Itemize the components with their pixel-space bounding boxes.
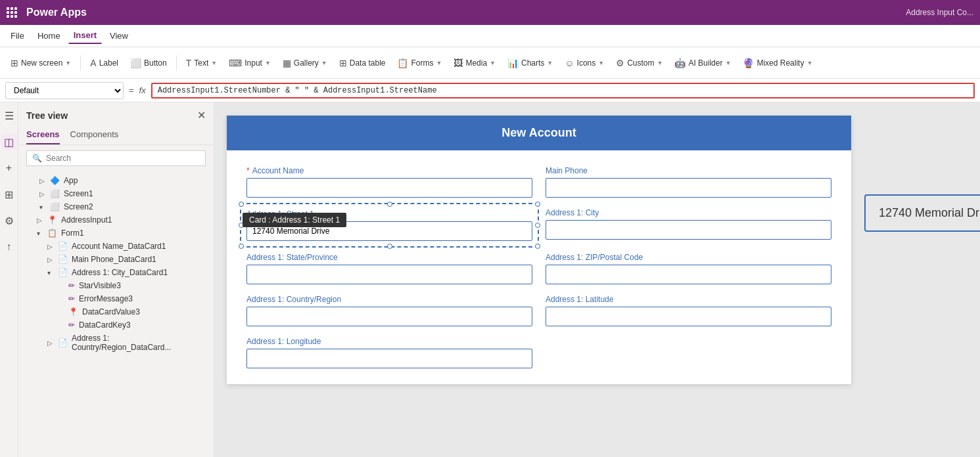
waffle-menu[interactable] — [7, 7, 17, 18]
tree-item-datacardkey3[interactable]: ✏ DataCardKey3 — [18, 318, 214, 332]
ribbon-media[interactable]: 🖼 Media ▼ — [448, 55, 501, 71]
ribbon-gallery[interactable]: ▦ Gallery ▼ — [277, 55, 333, 71]
add-component-icon[interactable]: + — [1, 160, 17, 176]
resize-handle-tm[interactable] — [387, 202, 392, 207]
tree-item-country-card[interactable]: ▷ 📄 Address 1: Country/Region_DataCard..… — [18, 332, 214, 354]
menu-insert[interactable]: Insert — [68, 28, 102, 44]
datatable-icon: ⊞ — [339, 58, 347, 68]
tree-expand-app[interactable]: ▷ — [39, 177, 47, 185]
tab-screens[interactable]: Screens — [26, 125, 60, 144]
ribbon-input[interactable]: ⌨ Input ▼ — [223, 55, 276, 71]
resize-handle-mr[interactable] — [535, 223, 540, 228]
ribbon-text[interactable]: T Text ▼ — [181, 55, 223, 71]
tree-expand-screen1[interactable]: ▷ — [39, 190, 47, 198]
field-label-latitude: Address 1: Latitude — [546, 295, 831, 304]
field-empty — [539, 332, 838, 374]
tree-item-screen2[interactable]: ▾ ⬜ Screen2 — [18, 200, 214, 213]
panel-tabs: Screens Components — [18, 125, 214, 145]
resize-handle-tl[interactable] — [239, 202, 244, 207]
menu-view[interactable]: View — [105, 28, 133, 43]
ribbon-ai-builder[interactable]: 🤖 AI Builder ▼ — [669, 55, 736, 71]
tree-item-screen1[interactable]: ▷ ⬜ Screen1 — [18, 187, 214, 200]
ribbon-mixed-reality[interactable]: 🔮 Mixed Reality ▼ — [737, 55, 818, 71]
address-display-box: 12740 Memorial Drive, Houston, TX 770... — [864, 194, 980, 232]
charts-chevron: ▼ — [547, 60, 553, 66]
field-label-account-name: * Account Name — [246, 166, 532, 175]
tree-item-app[interactable]: ▷ 🔷 App — [18, 174, 214, 187]
tree-expand-form1[interactable]: ▾ — [37, 230, 45, 237]
publish-icon[interactable]: ↑ — [1, 239, 17, 255]
search-icon: 🔍 — [32, 154, 42, 163]
variables-icon[interactable]: ⚙ — [1, 213, 17, 229]
resize-handle-bm[interactable] — [387, 244, 392, 249]
ribbon-label[interactable]: A Label — [85, 55, 124, 71]
tree-expand-phone-card[interactable]: ▷ — [47, 256, 55, 263]
tree-expand-country-card[interactable]: ▷ — [47, 339, 55, 347]
field-input-zip[interactable] — [546, 265, 831, 284]
tree-item-addressinput1[interactable]: ▷ 📍 AddressInput1 — [18, 213, 214, 227]
field-input-main-phone[interactable] — [546, 178, 831, 198]
field-input-longitude[interactable] — [246, 349, 532, 368]
menu-home[interactable]: Home — [32, 28, 66, 43]
tree-item-starvisible3[interactable]: ✏ StarVisible3 — [18, 279, 214, 292]
form-body: * Account Name Main Phone — [227, 150, 851, 384]
tree-item-account-name-card[interactable]: ▷ 📄 Account Name_DataCard1 — [18, 240, 214, 253]
tab-components[interactable]: Components — [70, 125, 119, 144]
input-icon: ⌨ — [229, 58, 242, 68]
ribbon-icons[interactable]: ☺ Icons ▼ — [559, 55, 609, 71]
tree-expand-account-card[interactable]: ▷ — [47, 243, 55, 250]
resize-handle-br[interactable] — [535, 244, 540, 249]
field-input-country[interactable] — [246, 307, 532, 326]
forms-chevron: ▼ — [436, 60, 442, 66]
field-longitude: Address 1: Longitude — [240, 332, 539, 374]
ribbon-forms[interactable]: 📋 Forms ▼ — [392, 55, 447, 71]
ribbon-new-screen[interactable]: ⊞ New screen ▼ — [5, 55, 76, 71]
tree-view-icon[interactable]: ◫ — [1, 134, 17, 150]
custom-chevron: ▼ — [657, 60, 663, 66]
tree-label-account-card: Account Name_DataCard1 — [72, 242, 166, 251]
errormsg-icon: ✏ — [68, 294, 75, 303]
tree-item-city-card[interactable]: ▾ 📄 Address 1: City_DataCard1 — [18, 266, 214, 279]
menu-file[interactable]: File — [5, 28, 30, 43]
tree-item-main-phone-card[interactable]: ▷ 📄 Main Phone_DataCard1 — [18, 253, 214, 266]
formula-property-dropdown[interactable]: Default — [5, 82, 124, 99]
tree-label-city-card: Address 1: City_DataCard1 — [72, 268, 168, 277]
ribbon-datatable[interactable]: ⊞ Data table — [334, 55, 391, 71]
tree-item-form1[interactable]: ▾ 📋 Form1 — [18, 227, 214, 240]
field-input-account-name[interactable] — [246, 178, 532, 198]
panel-close-button[interactable]: ✕ — [197, 109, 206, 121]
formula-input[interactable] — [151, 83, 975, 98]
addressinput-icon: 📍 — [47, 215, 57, 225]
app-title: Power Apps — [26, 7, 87, 18]
media-chevron: ▼ — [490, 60, 496, 66]
tree-label-datacardvalue3: DataCardValue3 — [82, 307, 140, 316]
field-input-latitude[interactable] — [546, 307, 831, 326]
data-sources-icon[interactable]: ⊞ — [1, 186, 17, 202]
label-icon: A — [90, 58, 96, 68]
menu-toggle-icon[interactable]: ☰ — [1, 108, 17, 123]
field-input-state[interactable] — [246, 265, 532, 284]
panel-title: Tree view — [26, 110, 68, 121]
form1-icon: 📋 — [47, 229, 57, 238]
gallery-chevron: ▼ — [321, 60, 327, 66]
field-input-city[interactable] — [546, 220, 831, 240]
tree-search-box[interactable]: 🔍 — [26, 150, 206, 166]
resize-handle-tr[interactable] — [535, 202, 540, 207]
field-main-phone: Main Phone — [539, 161, 838, 203]
tree-search-input[interactable] — [46, 154, 200, 163]
field-state: Address 1: State/Province — [240, 248, 539, 290]
tree-expand-screen2[interactable]: ▾ — [39, 204, 47, 211]
resize-handle-bl[interactable] — [239, 244, 244, 249]
tree-item-errormessage3[interactable]: ✏ ErrorMessage3 — [18, 292, 214, 305]
tree-expand-city-card[interactable]: ▾ — [47, 269, 55, 276]
tree-item-datacardvalue3[interactable]: 📍 DataCardValue3 — [18, 305, 214, 318]
custom-icon: ⚙ — [616, 58, 624, 68]
ribbon-button[interactable]: ⬜ Button — [125, 55, 172, 71]
tree-expand-addressinput1[interactable]: ▷ — [37, 217, 45, 224]
icons-icon: ☺ — [565, 58, 574, 68]
text-icon: T — [186, 58, 192, 68]
city-card-icon: 📄 — [58, 268, 68, 277]
main-layout: ☰ ◫ + ⊞ ⚙ ↑ Tree view ✕ Screens Componen… — [0, 102, 980, 457]
ribbon-custom[interactable]: ⚙ Custom ▼ — [611, 55, 668, 71]
ribbon-charts[interactable]: 📊 Charts ▼ — [502, 55, 558, 71]
